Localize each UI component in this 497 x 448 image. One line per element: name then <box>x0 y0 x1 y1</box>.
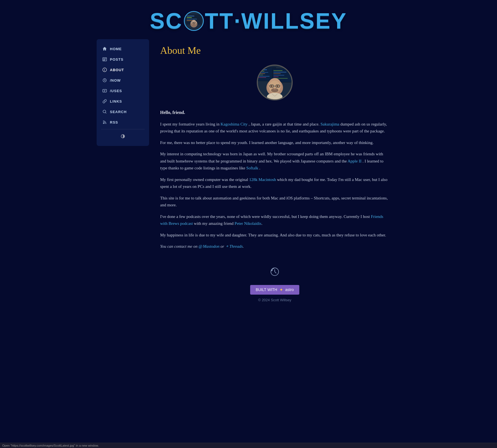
site-header: SC <box>0 0 497 39</box>
svg-point-13 <box>191 22 192 23</box>
page-layout: HOME POSTS i ABOUT <box>97 39 400 324</box>
svg-rect-39 <box>258 76 269 77</box>
contact-paragraph: You can contact me on @Mastodon or ⚬Thre… <box>160 243 389 250</box>
sidebar-label-now: /NOW <box>110 78 121 82</box>
svg-point-59 <box>271 85 273 87</box>
svg-rect-38 <box>258 75 263 75</box>
svg-rect-36 <box>258 72 268 73</box>
page-title: About Me <box>160 45 389 56</box>
profile-photo-container <box>160 65 389 100</box>
now-icon <box>102 78 107 83</box>
mastodon-icon: @ <box>199 244 202 249</box>
sidebar-item-search[interactable]: SEARCH <box>97 106 149 117</box>
sidebar-item-links[interactable]: LINKS <box>97 96 149 106</box>
sidebar-item-posts[interactable]: POSTS <box>97 54 149 65</box>
svg-text:i: i <box>104 68 105 71</box>
threads-icon: ⚬ <box>225 244 229 249</box>
astro-label: astro <box>285 287 294 292</box>
sidebar: HOME POSTS i ABOUT <box>97 39 149 146</box>
hello-text: Hello, friend. <box>160 110 185 115</box>
uses-icon <box>102 88 107 93</box>
svg-rect-18 <box>103 60 105 61</box>
svg-rect-3 <box>187 16 194 17</box>
svg-point-12 <box>192 23 195 25</box>
paragraph-5: This site is for me to talk about automa… <box>160 195 389 209</box>
svg-rect-43 <box>273 70 282 71</box>
paragraph-7: My happiness in life is due to my wife a… <box>160 232 389 239</box>
svg-rect-35 <box>258 71 264 71</box>
statusbar-text: Open "https://scottwillsey.com/images/Sc… <box>2 444 99 447</box>
sidebar-label-uses: /USES <box>110 89 122 93</box>
sidebar-label-rss: RSS <box>110 120 118 124</box>
profile-photo <box>257 65 293 100</box>
sidebar-label-links: LINKS <box>110 99 122 103</box>
svg-rect-65 <box>269 94 280 99</box>
svg-point-53 <box>279 85 282 87</box>
softalk-link[interactable]: Softalk <box>246 166 258 170</box>
links-icon <box>102 99 107 104</box>
content-body: Hello, friend. I spent my formative year… <box>160 109 389 250</box>
svg-rect-47 <box>273 76 279 77</box>
sidebar-label-home: HOME <box>110 47 122 51</box>
astro-star-icon: ✦ <box>279 287 283 292</box>
home-icon <box>102 46 107 51</box>
statusbar: Open "https://scottwillsey.com/images/Sc… <box>0 443 497 448</box>
title-tt: TT·WILLSEY <box>205 8 347 34</box>
paragraph-2: For me, there was no better place to spe… <box>160 139 389 146</box>
built-with-button[interactable]: BUILT WITH ✦ astro <box>250 285 299 295</box>
sidebar-item-home[interactable]: HOME <box>97 44 149 54</box>
theme-toggle[interactable] <box>97 131 149 142</box>
about-icon: i <box>102 67 107 72</box>
svg-point-60 <box>277 85 279 87</box>
kagoshima-link[interactable]: Kagoshima City <box>221 122 248 126</box>
svg-rect-45 <box>273 73 281 74</box>
paragraph-1: I spent my formative years living in Kag… <box>160 121 389 135</box>
peter-link[interactable]: Peter Nikolaidis <box>235 221 261 226</box>
svg-point-30 <box>103 123 104 124</box>
svg-rect-37 <box>258 73 265 74</box>
svg-line-29 <box>105 113 106 113</box>
svg-line-58 <box>279 86 281 86</box>
search-icon <box>102 109 107 114</box>
svg-rect-44 <box>273 72 286 73</box>
svg-point-63 <box>274 87 276 89</box>
svg-line-57 <box>269 86 270 86</box>
mastodon-link[interactable]: @Mastodon <box>199 244 220 249</box>
theme-toggle-icon <box>120 134 125 139</box>
svg-rect-4 <box>187 17 192 18</box>
sidebar-item-rss[interactable]: RSS <box>97 117 149 127</box>
sidebar-item-uses[interactable]: /USES <box>97 86 149 96</box>
svg-rect-17 <box>103 59 105 60</box>
svg-rect-46 <box>273 75 284 76</box>
sidebar-label-about: ABOUT <box>110 68 124 72</box>
title-sc: SC <box>150 8 183 34</box>
paragraph-3: My interest in computing technology was … <box>160 151 389 172</box>
title-avatar <box>184 11 204 31</box>
sidebar-label-posts: POSTS <box>110 57 123 62</box>
sakurajima-link[interactable]: Sakurajima <box>321 122 339 126</box>
threads-link[interactable]: ⚬Threads <box>225 244 243 249</box>
svg-point-52 <box>268 85 270 87</box>
sidebar-item-about[interactable]: i ABOUT <box>97 65 149 75</box>
svg-point-28 <box>103 110 106 113</box>
svg-rect-40 <box>258 77 266 78</box>
site-title: SC <box>150 8 347 34</box>
built-with-label: BUILT WITH <box>256 287 277 292</box>
main-content: About Me <box>149 39 400 324</box>
sidebar-divider <box>101 129 145 129</box>
svg-rect-16 <box>103 58 106 59</box>
paragraph-4: My first personally owned computer was t… <box>160 176 389 190</box>
svg-rect-25 <box>103 89 107 92</box>
svg-rect-34 <box>258 70 267 70</box>
sidebar-label-search: SEARCH <box>110 110 127 114</box>
sidebar-item-now[interactable]: /NOW <box>97 75 149 86</box>
paragraph-6: I've done a few podcasts over the years,… <box>160 213 389 227</box>
posts-icon <box>102 57 107 62</box>
wayback-icon[interactable] <box>270 267 280 277</box>
copyright-text: © 2024 Scott Willsey <box>258 298 291 302</box>
apple2-link[interactable]: Apple II <box>348 159 361 163</box>
svg-point-14 <box>196 22 197 23</box>
footer-area: BUILT WITH ✦ astro © 2024 Scott Willsey <box>160 267 389 313</box>
svg-rect-5 <box>187 19 197 20</box>
macintosh-link[interactable]: 128k Macintosh <box>249 177 276 182</box>
